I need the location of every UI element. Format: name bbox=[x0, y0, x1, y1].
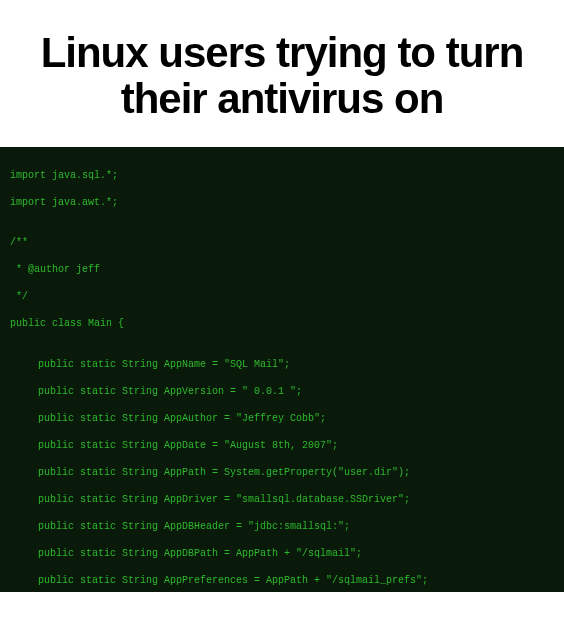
code-line: public static String AppName = "SQL Mail… bbox=[10, 358, 554, 372]
code-line: */ bbox=[10, 290, 554, 304]
code-line: import java.sql.*; bbox=[10, 169, 554, 183]
terminal-code-block: import java.sql.*; import java.awt.*; /*… bbox=[0, 147, 564, 592]
code-line: public static String AppPath = System.ge… bbox=[10, 466, 554, 480]
code-line: import java.awt.*; bbox=[10, 196, 554, 210]
code-line: public class Main { bbox=[10, 317, 554, 331]
meme-caption: Linux users trying to turn their antivir… bbox=[0, 0, 564, 147]
code-line: public static String AppPreferences = Ap… bbox=[10, 574, 554, 588]
code-line: public static String AppVersion = " 0.0.… bbox=[10, 385, 554, 399]
code-line: public static String AppDBHeader = "jdbc… bbox=[10, 520, 554, 534]
code-line: /** bbox=[10, 236, 554, 250]
code-line: public static String AppDBPath = AppPath… bbox=[10, 547, 554, 561]
code-line: public static String AppDriver = "smalls… bbox=[10, 493, 554, 507]
code-line: * @author jeff bbox=[10, 263, 554, 277]
code-line: public static String AppAuthor = "Jeffre… bbox=[10, 412, 554, 426]
code-line: public static String AppDate = "August 8… bbox=[10, 439, 554, 453]
